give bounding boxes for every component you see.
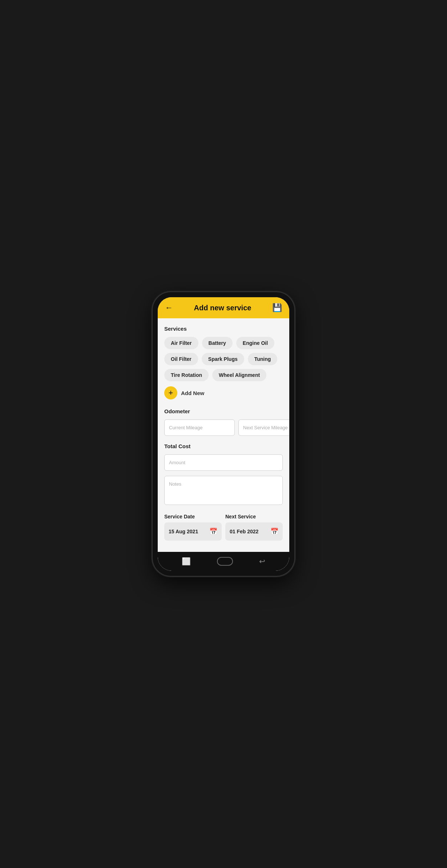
next-service-date-value: 01 Feb 2022 [230, 529, 258, 534]
main-content: Services Air FilterBatteryEngine OilOil … [158, 318, 289, 552]
amount-input[interactable] [164, 454, 283, 471]
app-header: ← Add new service 💾 [158, 297, 289, 318]
next-service-mileage-input[interactable] [238, 419, 289, 436]
notes-section [164, 476, 283, 506]
chip-battery[interactable]: Battery [202, 337, 233, 349]
add-new-button[interactable]: + Add New [164, 386, 283, 399]
odometer-section: Odometer [164, 408, 283, 436]
current-mileage-input[interactable] [164, 419, 235, 436]
recent-apps-button[interactable]: ⬜ [182, 557, 191, 566]
home-button[interactable] [217, 557, 233, 566]
chip-wheel-alignment[interactable]: Wheel Alignment [212, 369, 266, 381]
add-circle-icon: + [164, 386, 177, 399]
service-date-label: Service Date [164, 514, 222, 519]
total-cost-section: Total Cost [164, 443, 283, 471]
chip-spark-plugs[interactable]: Spark Plugs [202, 353, 244, 365]
service-date-value: 15 Aug 2021 [169, 529, 198, 534]
chip-tuning[interactable]: Tuning [248, 353, 278, 365]
chip-tire-rotation[interactable]: Tire Rotation [164, 369, 209, 381]
back-nav-button[interactable]: ↩ [259, 557, 265, 566]
total-cost-label: Total Cost [164, 443, 283, 449]
service-date-calendar-icon: 📅 [209, 527, 217, 535]
chip-oil-filter[interactable]: Oil Filter [164, 353, 198, 365]
odometer-row [164, 419, 283, 436]
notes-input[interactable] [164, 476, 283, 505]
next-service-calendar-icon: 📅 [270, 527, 278, 535]
dates-label-row: Service Date Next Service [164, 514, 283, 519]
service-date-picker[interactable]: 15 Aug 2021 📅 [164, 522, 222, 541]
next-service-label: Next Service [225, 514, 283, 519]
dates-row: 15 Aug 2021 📅 01 Feb 2022 📅 [164, 522, 283, 541]
dates-section: Service Date Next Service 15 Aug 2021 📅 … [164, 514, 283, 541]
phone-screen: ← Add new service 💾 Services Air FilterB… [158, 297, 289, 571]
back-button[interactable]: ← [165, 304, 173, 312]
next-service-date-picker[interactable]: 01 Feb 2022 📅 [225, 522, 283, 541]
chip-engine-oil[interactable]: Engine Oil [236, 337, 274, 349]
odometer-label: Odometer [164, 408, 283, 414]
page-title: Add new service [194, 304, 251, 312]
save-button[interactable]: 💾 [272, 303, 282, 312]
add-new-label: Add New [181, 390, 204, 396]
phone-nav-bar: ⬜ ↩ [158, 552, 289, 571]
services-chip-grid: Air FilterBatteryEngine OilOil FilterSpa… [164, 337, 283, 381]
phone-device: ← Add new service 💾 Services Air FilterB… [153, 292, 294, 576]
services-label: Services [164, 326, 283, 332]
chip-air-filter[interactable]: Air Filter [164, 337, 198, 349]
